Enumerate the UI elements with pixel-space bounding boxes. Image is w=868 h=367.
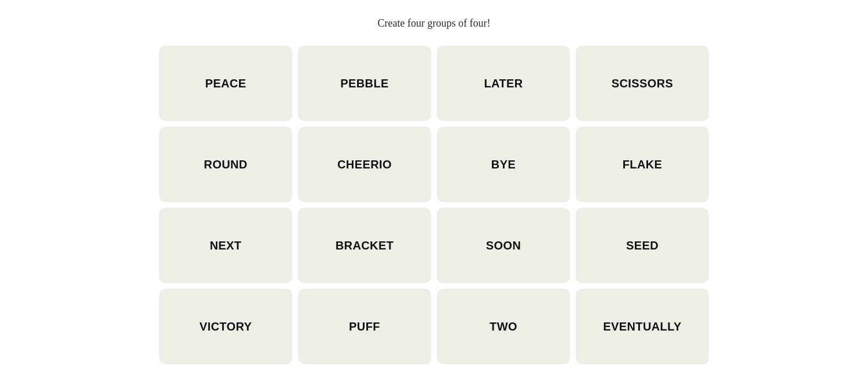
tile-soon[interactable]: SOON — [437, 208, 570, 283]
tile-label-puff: PUFF — [349, 320, 380, 333]
tile-flake[interactable]: FLAKE — [576, 127, 709, 202]
tile-two[interactable]: TWO — [437, 289, 570, 364]
tile-label-two: TWO — [490, 320, 517, 333]
tile-label-flake: FLAKE — [623, 158, 663, 171]
tile-label-bye: BYE — [491, 158, 516, 171]
word-grid: PEACEPEBBLELATERSCISSORSROUNDCHEERIOBYEF… — [159, 46, 709, 364]
tile-puff[interactable]: PUFF — [298, 289, 431, 364]
tile-label-victory: VICTORY — [200, 320, 252, 333]
tile-label-round: ROUND — [204, 158, 247, 171]
tile-label-peace: PEACE — [205, 77, 247, 90]
tile-cheerio[interactable]: CHEERIO — [298, 127, 431, 202]
tile-later[interactable]: LATER — [437, 46, 570, 121]
tile-label-cheerio: CHEERIO — [337, 158, 392, 171]
tile-label-soon: SOON — [486, 239, 521, 252]
tile-seed[interactable]: SEED — [576, 208, 709, 283]
tile-label-eventually: EVENTUALLY — [603, 320, 682, 333]
tile-label-next: NEXT — [210, 239, 242, 252]
tile-label-later: LATER — [484, 77, 523, 90]
tile-bracket[interactable]: BRACKET — [298, 208, 431, 283]
tile-scissors[interactable]: SCISSORS — [576, 46, 709, 121]
tile-peace[interactable]: PEACE — [159, 46, 292, 121]
tile-label-bracket: BRACKET — [336, 239, 394, 252]
tile-victory[interactable]: VICTORY — [159, 289, 292, 364]
tile-round[interactable]: ROUND — [159, 127, 292, 202]
tile-pebble[interactable]: PEBBLE — [298, 46, 431, 121]
tile-label-pebble: PEBBLE — [340, 77, 389, 90]
tile-label-scissors: SCISSORS — [612, 77, 674, 90]
game-subtitle: Create four groups of four! — [378, 17, 491, 30]
tile-next[interactable]: NEXT — [159, 208, 292, 283]
tile-eventually[interactable]: EVENTUALLY — [576, 289, 709, 364]
tile-bye[interactable]: BYE — [437, 127, 570, 202]
tile-label-seed: SEED — [626, 239, 659, 252]
